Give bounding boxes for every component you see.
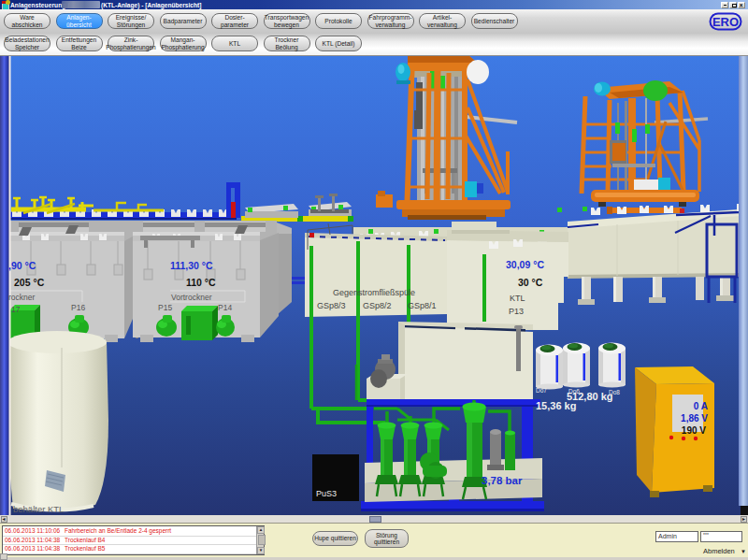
svg-text:ERO: ERO [712, 15, 739, 29]
svg-text:behälter KTL: behälter KTL [13, 504, 64, 514]
svg-text:30 °C: 30 °C [518, 277, 543, 288]
svg-text:rockner: rockner [8, 293, 36, 302]
svg-text:GSp8/2: GSp8/2 [363, 301, 392, 310]
svg-text:Gegenstromfließspüle: Gegenstromfließspüle [333, 288, 415, 297]
svg-text:GSp8/1: GSp8/1 [408, 301, 437, 310]
svg-text:30,09 °C: 30,09 °C [506, 259, 544, 270]
svg-text:P15: P15 [158, 303, 172, 312]
svg-text:110 °C: 110 °C [186, 277, 216, 288]
svg-text:P14: P14 [218, 303, 232, 312]
svg-text:GSp8/3: GSp8/3 [317, 301, 346, 310]
svg-text:P13: P13 [509, 307, 524, 316]
svg-text:1,86 V: 1,86 V [681, 413, 708, 424]
svg-text:Vortrockner: Vortrockner [171, 293, 212, 302]
svg-text:3,78 bar: 3,78 bar [482, 475, 523, 486]
svg-text:205 °C: 205 °C [14, 277, 45, 288]
svg-text:Do7: Do7 [536, 387, 547, 394]
svg-text:,90 °C: ,90 °C [8, 260, 36, 271]
svg-text:PuS3: PuS3 [316, 489, 337, 498]
svg-text:KTL: KTL [510, 294, 525, 303]
svg-text:15,36 kg: 15,36 kg [536, 400, 576, 411]
svg-text:17: 17 [11, 305, 21, 314]
svg-text:111,30 °C: 111,30 °C [170, 260, 213, 271]
svg-text:0 A: 0 A [694, 401, 708, 411]
svg-text:P16: P16 [71, 303, 85, 312]
svg-text:190 V: 190 V [682, 425, 706, 436]
